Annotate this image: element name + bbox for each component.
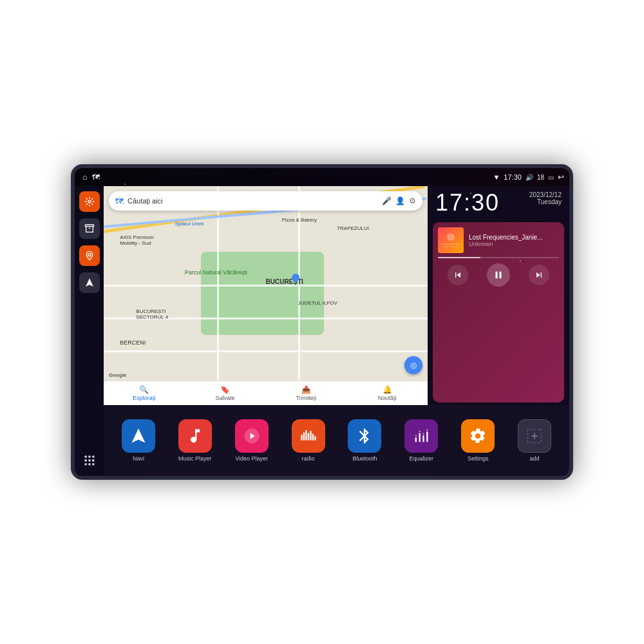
main-area: AXIS PremiumMobility - Sud Pizza & Baker… [75, 186, 569, 476]
screen: ⌂ 🗺 ▼ 17:30 🔊 18 ▭ ↩ [75, 168, 569, 476]
album-art-image [438, 227, 464, 253]
send-icon: 📤 [301, 385, 311, 394]
svg-rect-10 [88, 463, 90, 465]
svg-rect-19 [305, 430, 307, 440]
equalizer-label: Equalizer [410, 455, 434, 462]
radio-icon [292, 419, 325, 453]
news-label: Noutăți [378, 395, 397, 401]
pause-button[interactable] [487, 263, 510, 287]
svg-rect-25 [415, 435, 417, 437]
radio-label: radio [302, 455, 315, 462]
add-icon [518, 419, 551, 453]
bluetooth-icon [348, 419, 381, 453]
explore-label: Explorați [133, 395, 155, 401]
svg-rect-23 [314, 436, 316, 440]
video-player-icon [235, 419, 269, 453]
clock-weekday: Tuesday [529, 198, 562, 205]
map-panel[interactable]: AXIS PremiumMobility - Sud Pizza & Baker… [104, 186, 428, 405]
svg-rect-27 [419, 431, 421, 432]
saved-label: Salvate [216, 395, 235, 401]
svg-rect-30 [426, 431, 428, 442]
svg-rect-7 [88, 459, 90, 461]
svg-rect-28 [423, 435, 424, 442]
device-frame: ⌂ 🗺 ▼ 17:30 🔊 18 ▭ ↩ [71, 164, 573, 480]
svg-rect-14 [441, 243, 460, 245]
map-search-bar[interactable]: 🗺 Căutați aici 🎤 👤 ⚙ [109, 191, 422, 211]
map-bottom-bar: 🔍 Explorați 🔖 Salvate 📤 Trimiteți [104, 381, 428, 405]
back-icon[interactable]: ↩ [558, 173, 564, 182]
svg-rect-29 [423, 433, 424, 434]
app-drawer: Navi Music Player [104, 405, 569, 476]
app-navi[interactable]: Navi [111, 417, 166, 464]
map-icon: 🗺 [92, 173, 100, 182]
music-widget: Lost Frequencies_Janie... Unknown [433, 222, 564, 402]
settings-icon [461, 419, 495, 453]
app-radio[interactable]: radio [281, 417, 336, 464]
svg-rect-24 [415, 437, 417, 442]
svg-rect-3 [84, 456, 86, 458]
sidebar-nav-button[interactable] [79, 272, 100, 293]
bluetooth-label: Bluetooth [352, 455, 377, 462]
add-label: add [530, 455, 540, 462]
svg-point-0 [88, 200, 91, 203]
map-news-btn[interactable]: 🔔 Noutăți [346, 381, 428, 405]
clock-widget: 17:30 2023/12/12 Tuesday [428, 186, 569, 220]
svg-rect-8 [92, 459, 94, 461]
music-player-label: Music Player [178, 455, 212, 462]
next-button[interactable] [529, 265, 549, 285]
svg-rect-6 [84, 459, 86, 461]
app-equalizer[interactable]: Equalizer [394, 417, 448, 464]
explore-icon: 🔍 [139, 385, 149, 394]
app-music-player[interactable]: Music Player [168, 417, 222, 464]
clock-date: 2023/12/12 Tuesday [529, 191, 562, 205]
home-icon: ⌂ [82, 173, 87, 182]
more-icon[interactable]: ⚙ [409, 196, 416, 205]
sidebar-apps-button[interactable] [79, 450, 100, 471]
svg-rect-22 [312, 434, 313, 441]
app-bluetooth[interactable]: Bluetooth [338, 417, 392, 464]
music-text: Lost Frequencies_Janie... Unknown [469, 234, 559, 247]
svg-rect-18 [303, 432, 304, 440]
google-logo: Google [109, 372, 127, 378]
map-location-fab[interactable]: ◎ [404, 356, 422, 374]
top-panels: AXIS PremiumMobility - Sud Pizza & Baker… [104, 186, 569, 405]
svg-point-13 [447, 233, 455, 241]
clock-year: 2023/12/12 [529, 191, 562, 198]
sidebar-location-button[interactable] [79, 245, 100, 266]
battery-level: 18 [537, 174, 544, 181]
svg-rect-11 [92, 463, 94, 465]
navi-label: Navi [133, 455, 144, 462]
svg-point-2 [88, 254, 91, 256]
app-add[interactable]: add [507, 417, 562, 464]
music-album-art [438, 227, 464, 253]
svg-rect-21 [310, 431, 311, 440]
app-video-player[interactable]: Video Player [225, 417, 279, 464]
status-time: 17:30 [504, 173, 522, 181]
map-saved-btn[interactable]: 🔖 Salvate [185, 381, 266, 405]
account-icon[interactable]: 👤 [395, 196, 405, 205]
music-progress-fill [438, 257, 480, 258]
svg-rect-31 [426, 430, 428, 431]
map-explore-btn[interactable]: 🔍 Explorați [104, 381, 185, 405]
map-send-btn[interactable]: 📤 Trimiteți [266, 381, 347, 405]
music-progress-bar[interactable] [438, 257, 559, 258]
saved-icon: 🔖 [220, 385, 230, 394]
svg-rect-20 [307, 433, 308, 440]
maps-google-icon: 🗺 [115, 196, 124, 206]
svg-rect-1 [85, 225, 93, 227]
prev-button[interactable] [448, 265, 468, 285]
battery-icon: ▭ [548, 174, 554, 181]
navi-icon [122, 419, 155, 453]
mic-icon[interactable]: 🎤 [382, 196, 392, 205]
svg-rect-26 [419, 433, 421, 442]
music-info: Lost Frequencies_Janie... Unknown [438, 227, 559, 253]
sidebar-archive-button[interactable] [79, 218, 100, 239]
music-player-icon [178, 419, 212, 453]
clock-time: 17:30 [435, 191, 500, 214]
status-bar: ⌂ 🗺 ▼ 17:30 🔊 18 ▭ ↩ [75, 168, 569, 186]
svg-rect-5 [92, 456, 94, 458]
svg-rect-15 [443, 246, 459, 247]
app-settings[interactable]: Settings [451, 417, 505, 464]
sidebar-settings-button[interactable] [79, 191, 100, 212]
music-artist: Unknown [469, 241, 559, 247]
